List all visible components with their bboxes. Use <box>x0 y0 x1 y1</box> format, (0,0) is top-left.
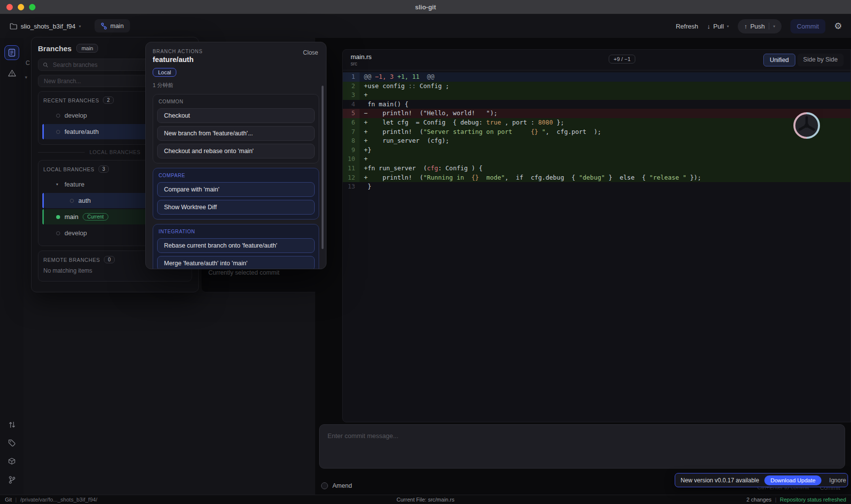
diff-line-number: 12 <box>343 173 360 183</box>
local-branches-label: LOCAL BRANCHES <box>43 166 95 172</box>
current-branch-label: main <box>110 23 124 30</box>
push-button[interactable]: ↑ Push ▾ <box>738 19 782 33</box>
search-icon <box>43 62 48 68</box>
header-actions: Refresh ↓ Pull ▾ ↑ Push ▾ Commit ⚙ <box>676 14 842 38</box>
current-branch-dot-icon <box>56 215 60 219</box>
status-separator: | <box>775 497 777 503</box>
branches-panel-branch-badge: main <box>76 44 98 53</box>
modal-action-groups: COMMONCheckoutNew branch from 'feature/a… <box>153 94 319 269</box>
diff-line-2: 2+use config :: Config ; <box>343 82 851 91</box>
modal-action-item[interactable]: Checkout and rebase onto 'main' <box>157 144 315 158</box>
currently-selected-commit-label: Currently selected commit <box>208 269 280 276</box>
push-caret-icon: ▾ <box>773 24 775 29</box>
modal-action-item[interactable]: Checkout <box>157 108 315 123</box>
arrow-up-icon: ↑ <box>744 23 748 30</box>
download-update-button[interactable]: Download Update <box>764 475 821 485</box>
commit-message-box <box>319 424 845 469</box>
modal-action-item[interactable]: New branch from 'feature/auth'... <box>157 126 315 141</box>
diff-line-number: 1 <box>343 72 360 82</box>
diff-line-content: +fn run_server (cfg: Config ) { <box>360 164 851 173</box>
local-branches-count: 3 <box>98 165 109 173</box>
branch-item-label: feature/auth <box>65 128 98 135</box>
pull-button[interactable]: ↓ Pull ▾ <box>707 23 729 30</box>
rail-item-stash[interactable] <box>4 454 19 469</box>
rail-item-branches[interactable] <box>4 472 19 487</box>
modal-action-item[interactable]: Merge 'feature/auth' into 'main' <box>157 256 315 269</box>
expand-caret-icon[interactable]: ▾ <box>56 182 60 187</box>
amend-checkbox[interactable] <box>321 482 328 489</box>
amend-label: Amend <box>332 482 352 489</box>
repo-name: slio_shots_b3if_f94 <box>21 23 75 30</box>
modal-close-button[interactable]: Close <box>303 49 318 56</box>
diff-file-info: main.rs src <box>351 53 372 66</box>
modal-group-common: COMMONCheckoutNew branch from 'feature/a… <box>153 94 319 163</box>
recent-branches-count: 2 <box>103 96 114 104</box>
status-bar: Current File: src/main.rs Git | /private… <box>0 495 851 504</box>
modal-action-item[interactable]: Show Worktree Diff <box>157 200 315 215</box>
branch-item-label: main <box>65 213 78 220</box>
status-refreshed-message: Repository status refreshed <box>780 497 846 503</box>
view-unified-button[interactable]: Unified <box>763 54 795 66</box>
branch-item-label: feature <box>65 181 84 188</box>
branches-panel-title: Branches <box>38 44 71 53</box>
app-window: slio-git slio_shots_b3if_f94 ▾ main Refr… <box>0 0 851 504</box>
branch-item-label: develop <box>65 112 87 119</box>
window-title: slio-git <box>0 3 851 11</box>
modal-action-item[interactable]: Rebase current branch onto 'feature/auth… <box>157 238 315 253</box>
diff-line-content: − println! ("Hello, world! "); <box>360 109 851 118</box>
status-changes-count: 2 changes <box>747 497 772 503</box>
recent-branches-label: RECENT BRANCHES <box>43 97 99 103</box>
status-right: 2 changes | Repository status refreshed <box>747 497 846 503</box>
app-logo-watermark <box>792 111 821 142</box>
box-icon <box>8 457 16 465</box>
diff-line-1: 1@@ −1, 3 +1, 11 @@ <box>343 72 851 82</box>
diff-line-11: 11+fn run_server (cfg: Config ) { <box>343 164 851 173</box>
diff-line-4: 4 fn main() { <box>343 100 851 109</box>
diff-line-content: } <box>360 182 851 191</box>
modal-action-item[interactable]: Compare with 'main' <box>157 182 315 197</box>
commit-button-header[interactable]: Commit <box>790 19 825 33</box>
branch-circle-icon <box>56 130 60 134</box>
diff-line-number: 3 <box>343 91 360 100</box>
up-down-arrows-icon <box>8 421 16 429</box>
view-side-by-side-button[interactable]: Side by Side <box>797 54 844 66</box>
branch-item-label: auth <box>78 197 91 204</box>
rail-item-files[interactable] <box>4 45 19 60</box>
diff-view-toggle: Unified Side by Side <box>763 54 844 66</box>
diff-line-number: 13 <box>343 182 360 191</box>
left-icon-rail <box>0 38 24 495</box>
settings-gear-icon[interactable]: ⚙ <box>834 22 842 31</box>
rail-item-tags[interactable] <box>4 436 19 450</box>
ignore-update-button[interactable]: Ignore <box>827 477 849 484</box>
diff-file-name: main.rs <box>351 53 372 61</box>
branch-actions-modal: BRANCH ACTIONS Close feature/auth Local … <box>145 42 327 269</box>
file-icon <box>8 49 15 57</box>
diff-line-content: +use config :: Config ; <box>360 82 851 91</box>
modal-scrollbar[interactable] <box>322 86 324 249</box>
current-badge: Current <box>83 213 108 220</box>
diff-line-number: 6 <box>343 118 360 127</box>
branch-circle-icon <box>56 231 60 235</box>
repo-caret-icon: ▾ <box>79 24 81 29</box>
diff-line-content: + println! ("Server starting on port {} … <box>360 127 851 137</box>
window-titlebar: slio-git <box>0 0 851 14</box>
push-divider <box>769 23 769 30</box>
diff-line-number: 10 <box>343 155 360 164</box>
branch-item-label: develop <box>65 229 87 237</box>
modal-group-label: INTEGRATION <box>159 229 314 234</box>
rail-item-sync[interactable] <box>4 417 19 432</box>
refresh-button[interactable]: Refresh <box>676 23 698 30</box>
diff-line-content: fn main() { <box>360 100 851 109</box>
repo-selector[interactable]: slio_shots_b3if_f94 ▾ <box>10 14 81 38</box>
rail-item-warnings[interactable] <box>4 65 19 80</box>
diff-line-7: 7+ println! ("Server starting on port {}… <box>343 127 851 137</box>
modal-branch-title: feature/auth <box>153 56 319 63</box>
diff-file-dir: src <box>351 61 372 66</box>
diff-line-content: + <box>360 91 851 100</box>
modal-kicker: BRANCH ACTIONS <box>153 49 319 54</box>
occluded-caret-fragment: ▼ <box>24 75 28 80</box>
current-branch-pill[interactable]: main <box>95 19 130 32</box>
diff-line-13: 13 } <box>343 182 851 191</box>
diff-line-number: 7 <box>343 127 360 137</box>
commit-message-input[interactable] <box>327 431 838 462</box>
